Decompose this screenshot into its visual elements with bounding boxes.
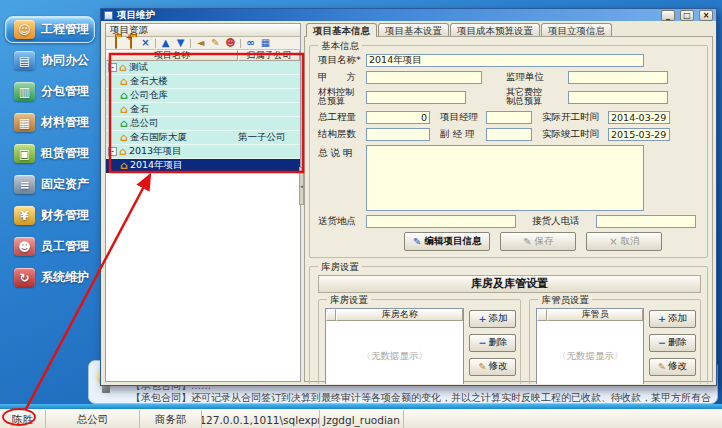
warehouse-icon: ⌂ xyxy=(120,91,128,101)
warehouse-keeper-column: 库管员 xyxy=(547,309,643,321)
tree-item-selected[interactable]: ⌂2014年项目 xyxy=(106,159,300,173)
minimize-button[interactable]: _ xyxy=(661,10,675,21)
tree-expander-icon[interactable] xyxy=(108,63,117,72)
tab-basic-info[interactable]: 项目基本信息 xyxy=(306,23,377,37)
sidebar-item-label: 系统维护 xyxy=(41,269,89,286)
actual-start-label: 实际开工时间 xyxy=(542,111,604,124)
maximize-button[interactable]: □ xyxy=(680,10,694,21)
actual-end-input[interactable] xyxy=(608,128,670,141)
project-resource-panel: 项目资源 × ▲ ▼ ◄ ✎ ☻ ∞ ▦ 项目名称 归属子公司 xyxy=(105,23,301,382)
other-budget-input[interactable] xyxy=(568,91,668,104)
user-icon[interactable]: ☻ xyxy=(224,37,237,49)
sidebar-item-leasing[interactable]: ▣ 租赁管理 xyxy=(5,140,95,167)
sidebar-item-label: 员工管理 xyxy=(41,238,89,255)
receiver-phone-input[interactable] xyxy=(596,215,696,228)
column-project-name[interactable]: 项目名称 xyxy=(106,50,238,61)
save-button[interactable]: ✎ 保存 xyxy=(500,232,576,251)
materials-icon: ▦ xyxy=(14,113,35,132)
office-icon: ▤ xyxy=(14,51,35,70)
total-quantity-input[interactable] xyxy=(366,111,430,124)
edit-pencil-icon[interactable]: ✎ xyxy=(209,37,222,49)
report-icon[interactable]: ▦ xyxy=(259,37,272,49)
material-budget-label: 材料控制总预算 xyxy=(318,88,362,107)
sidebar-item-subcontract[interactable]: ▥ 分包管理 xyxy=(5,78,95,105)
tree-item[interactable]: ⌂金石大楼 xyxy=(106,75,300,89)
keeper-add-button[interactable]: +添加 xyxy=(649,310,696,328)
tab-project-approval-info[interactable]: 项目立项信息 xyxy=(541,23,612,37)
party-a-label: 甲 方 xyxy=(318,71,362,84)
dialog-title: 项目维护 xyxy=(117,9,656,21)
tab-cost-budget-settings[interactable]: 项目成本预算设置 xyxy=(450,23,540,37)
edit-project-info-button[interactable]: ✎ 编辑项目信息 xyxy=(404,232,490,251)
tree-expander-icon[interactable] xyxy=(108,147,117,156)
no-data-message: 〈无数据显示〉 xyxy=(326,321,463,384)
move-down-icon[interactable]: ▼ xyxy=(174,37,187,49)
toolbar-separator xyxy=(240,39,241,48)
project-name-input[interactable] xyxy=(366,54,644,67)
status-server: 127.0.0.1,1011\sqlexpr xyxy=(202,410,320,428)
keeper-modify-button[interactable]: ✎修改 xyxy=(649,358,696,376)
group-label: 基本信息 xyxy=(318,40,362,53)
party-a-input[interactable] xyxy=(366,71,482,84)
receiver-phone-label: 接货人电话 xyxy=(532,215,592,228)
sidebar-item-collab-office[interactable]: ▤ 协同办公 xyxy=(5,47,95,74)
open-folder-icon[interactable] xyxy=(109,37,122,49)
material-budget-input[interactable] xyxy=(366,91,466,104)
sidebar-item-staff[interactable]: ☻ 员工管理 xyxy=(5,233,95,260)
tree-item[interactable]: ⌂金石 xyxy=(106,103,300,117)
actual-start-input[interactable] xyxy=(608,111,670,124)
keeper-remove-button[interactable]: −删除 xyxy=(649,334,696,352)
edit-pencil-icon: ✎ xyxy=(658,361,666,372)
subgroup-label: 库管员设置 xyxy=(538,294,592,307)
structure-floors-input[interactable] xyxy=(366,128,430,141)
warehouse-keeper-table[interactable]: 库管员 〈无数据显示〉 xyxy=(536,308,644,384)
project-tree: ⌂测试 ⌂金石大楼 ⌂公司仓库 ⌂金石 ⌂总公司 xyxy=(106,61,300,381)
tree-item[interactable]: ⌂2013年项目 xyxy=(106,145,300,159)
sidebar-item-materials[interactable]: ▦ 材料管理 xyxy=(5,109,95,136)
find-icon[interactable]: ∞ xyxy=(244,37,257,49)
sidebar-item-label: 分包管理 xyxy=(41,83,89,100)
tree-item[interactable]: ⌂公司仓库 xyxy=(106,89,300,103)
column-subsidiary[interactable]: 归属子公司 xyxy=(238,50,300,61)
cancel-button[interactable]: × 取消 xyxy=(586,232,662,251)
sidebar-item-engineering[interactable]: ☺ 工程管理 xyxy=(5,16,95,43)
tree-item[interactable]: ⌂总公司 xyxy=(106,117,300,131)
add-folder-icon[interactable] xyxy=(124,37,137,49)
house-icon: ⌂ xyxy=(120,133,128,143)
deputy-manager-input[interactable] xyxy=(486,128,532,141)
close-button[interactable]: × xyxy=(699,10,713,21)
dialog-titlebar[interactable]: 项目维护 _ □ × xyxy=(101,9,716,21)
description-textarea[interactable] xyxy=(366,145,644,211)
description-label: 总 说 明 xyxy=(318,147,362,160)
sidebar-item-label: 租赁管理 xyxy=(41,145,89,162)
structure-floors-label: 结构层数 xyxy=(318,128,362,141)
cancel-icon: × xyxy=(609,236,617,247)
sidebar-item-fixed-assets[interactable]: ≡ 固定资产 xyxy=(5,171,95,198)
sidebar-item-label: 协同办公 xyxy=(41,52,89,69)
minus-icon: − xyxy=(658,337,666,348)
warehouse-remove-button[interactable]: −删除 xyxy=(469,334,516,352)
supervisor-input[interactable] xyxy=(568,71,668,84)
move-up-icon[interactable]: ▲ xyxy=(159,37,172,49)
delivery-place-input[interactable] xyxy=(366,215,516,228)
status-company: 总公司 xyxy=(46,410,140,428)
sidebar-item-finance[interactable]: ¥ 财务管理 xyxy=(5,202,95,229)
warehouse-table[interactable]: 库房名称 〈无数据显示〉 xyxy=(325,308,464,384)
sidebar-item-system[interactable]: ↻ 系统维护 xyxy=(5,264,95,291)
other-budget-label: 其它费控制总预算 xyxy=(506,88,564,107)
tree-item[interactable]: ⌂测试 xyxy=(106,61,300,75)
project-manager-input[interactable] xyxy=(486,111,532,124)
edit-pencil-icon: ✎ xyxy=(478,361,486,372)
plus-icon: + xyxy=(478,313,486,324)
tab-basic-settings[interactable]: 项目基本设置 xyxy=(378,23,449,37)
delete-icon[interactable]: × xyxy=(139,37,152,49)
sidebar-item-label: 财务管理 xyxy=(41,207,89,224)
tree-item[interactable]: ⌂金石国际大厦 第一子公司 xyxy=(106,131,300,145)
house-icon: ⌂ xyxy=(119,147,127,157)
warehouse-add-button[interactable]: +添加 xyxy=(469,310,516,328)
warehouse-modify-button[interactable]: ✎修改 xyxy=(469,358,516,376)
staff-icon: ☻ xyxy=(14,237,35,256)
assign-icon[interactable]: ◄ xyxy=(194,37,207,49)
basic-info-group: 基本信息 项目名称* 甲 方 监理单位 材料控制总预算 其它费 xyxy=(309,45,708,258)
no-data-message: 〈无数据显示〉 xyxy=(537,321,643,384)
